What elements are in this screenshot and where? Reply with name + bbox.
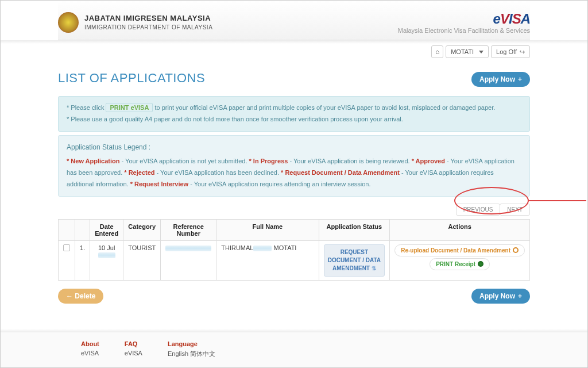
home-button[interactable]: ⌂ [431, 45, 443, 58]
print-evisa-inline-button[interactable]: PRINT eVISA [106, 103, 153, 112]
plus-icon [518, 75, 522, 83]
dept-subtitle: IMMIGRATION DEPARTMENT OF MALAYSIA [84, 24, 212, 31]
print-receipt-button[interactable]: PRINT Receipt [430, 258, 490, 270]
table-row: 1. 10 Jul TOURIST THIRUMAL MOTATI REQUES… [59, 240, 530, 280]
footer-about-link[interactable]: eVISA [81, 350, 99, 356]
page-title: LIST OF APPLICATIONS [58, 71, 205, 86]
legend-title: Application Status Legend : [67, 141, 521, 154]
plus-icon [518, 292, 522, 300]
row-ref [161, 240, 216, 280]
evisa-logo: eVISA [398, 11, 530, 27]
col-actions: Actions [390, 219, 530, 240]
footer-lang-zh[interactable]: 简体中文 [190, 350, 215, 357]
footer: About eVISA FAQ eVISA Language English 简… [1, 329, 587, 367]
row-index: 1. [75, 240, 90, 280]
info-box: * Please click PRINT eVISA to print your… [58, 96, 530, 132]
site-header: JABATAN IMIGRESEN MALAYSIA IMMIGRATION D… [58, 1, 530, 40]
next-button[interactable]: NEXT [500, 204, 530, 216]
user-menu[interactable]: MOTATI [446, 45, 489, 58]
delete-button[interactable]: ← Delete [58, 289, 103, 304]
footer-about-title: About [81, 340, 99, 347]
row-actions: Re-upload Document / Data Amendment PRIN… [390, 240, 530, 280]
prev-button[interactable]: PREVIOUS [456, 204, 501, 216]
logoff-icon: ↪ [520, 48, 525, 56]
footer-faq-title: FAQ [125, 340, 142, 347]
col-status: Application Status [319, 219, 390, 240]
row-name: THIRUMAL MOTATI [216, 240, 319, 280]
apply-now-top-button[interactable]: Apply Now [471, 72, 530, 87]
apply-now-bottom-button[interactable]: Apply Now [471, 289, 530, 304]
pager: PREVIOUS NEXT [58, 204, 530, 216]
footer-faq-link[interactable]: eVISA [125, 350, 142, 356]
footer-lang-title: Language [168, 340, 215, 347]
col-category: Category [123, 219, 161, 240]
footer-lang-en[interactable]: English [168, 350, 188, 357]
tagline: Malaysia Electronic Visa Facilitation & … [398, 27, 530, 34]
reupload-button[interactable]: Re-upload Document / Data Amendment [394, 244, 525, 256]
row-date: 10 Jul [90, 240, 123, 280]
row-checkbox[interactable] [63, 244, 70, 251]
col-name: Full Name [216, 219, 319, 240]
dept-title: JABATAN IMIGRESEN MALAYSIA [84, 14, 212, 24]
crest-logo [58, 12, 79, 33]
row-category: TOURIST [123, 240, 161, 280]
col-ref: Reference Number [161, 219, 216, 240]
annotation-arrow [528, 200, 586, 201]
row-status: REQUEST DOCUMENT / DATA AMENDMENT ⇅ [319, 240, 390, 280]
col-date: Date Entered [90, 219, 123, 240]
receipt-icon [478, 261, 483, 267]
status-badge[interactable]: REQUEST DOCUMENT / DATA AMENDMENT ⇅ [324, 244, 385, 277]
upload-icon [513, 247, 519, 253]
legend-body: * New Application - Your eVISA applicati… [67, 156, 521, 190]
logoff-button[interactable]: Log Off ↪ [491, 45, 530, 58]
applications-table: Date Entered Category Reference Number F… [58, 219, 530, 281]
swap-icon: ⇅ [372, 265, 376, 271]
status-legend: Application Status Legend : * New Applic… [58, 135, 530, 197]
